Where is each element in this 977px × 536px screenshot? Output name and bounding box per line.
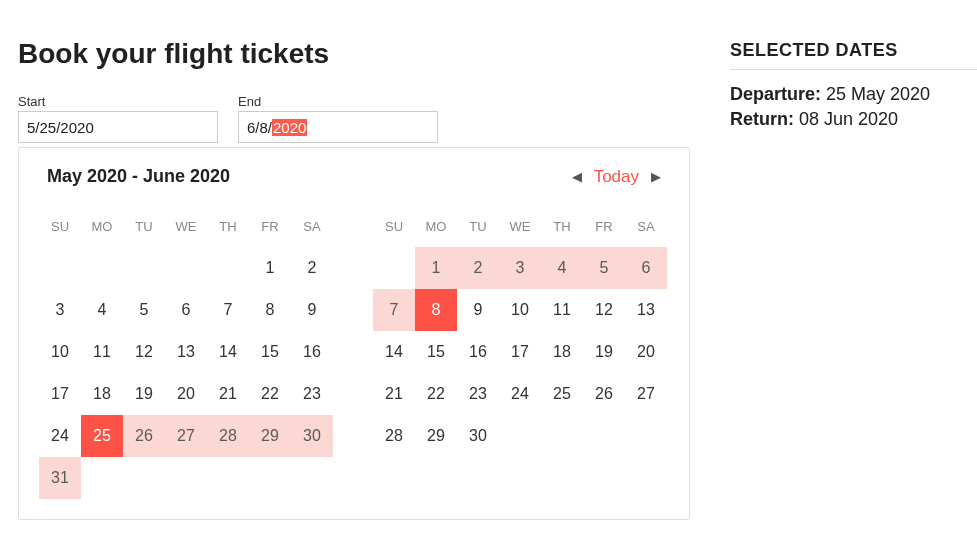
- weekday-header: WE: [165, 205, 207, 247]
- next-month-icon[interactable]: ▶: [651, 169, 661, 184]
- calendar-day[interactable]: 27: [165, 415, 207, 457]
- prev-month-icon[interactable]: ◀: [572, 169, 582, 184]
- calendar-popup: May 2020 - June 2020 ◀ Today ▶ SUMOTUWET…: [18, 147, 690, 520]
- calendar-day[interactable]: 15: [249, 331, 291, 373]
- calendar-blank: [373, 247, 415, 289]
- weekday-header: TU: [123, 205, 165, 247]
- end-date-value-selection: 2020: [272, 119, 307, 136]
- weekday-header: TU: [457, 205, 499, 247]
- calendar-day[interactable]: 4: [541, 247, 583, 289]
- weekday-header: TH: [541, 205, 583, 247]
- weekday-header: FR: [583, 205, 625, 247]
- calendar-day[interactable]: 23: [291, 373, 333, 415]
- calendar-day[interactable]: 12: [583, 289, 625, 331]
- calendar-day[interactable]: 12: [123, 331, 165, 373]
- calendar-day[interactable]: 21: [373, 373, 415, 415]
- calendar-day[interactable]: 22: [415, 373, 457, 415]
- weekday-header: SA: [291, 205, 333, 247]
- calendar-day[interactable]: 26: [583, 373, 625, 415]
- weekday-header: SU: [39, 205, 81, 247]
- calendar-day[interactable]: 5: [123, 289, 165, 331]
- start-date-input[interactable]: 5/25/2020: [18, 111, 218, 143]
- calendar-day[interactable]: 3: [499, 247, 541, 289]
- weekday-header: FR: [249, 205, 291, 247]
- calendar-day[interactable]: 2: [457, 247, 499, 289]
- calendar-day[interactable]: 19: [583, 331, 625, 373]
- calendar-day[interactable]: 16: [457, 331, 499, 373]
- calendar-blank: [81, 247, 123, 289]
- calendar-day[interactable]: 23: [457, 373, 499, 415]
- calendar-day[interactable]: 11: [81, 331, 123, 373]
- calendar-day[interactable]: 10: [39, 331, 81, 373]
- calendar-day[interactable]: 2: [291, 247, 333, 289]
- departure-label: Departure:: [730, 84, 821, 104]
- calendar-day[interactable]: 1: [415, 247, 457, 289]
- calendar-day[interactable]: 22: [249, 373, 291, 415]
- page-title: Book your flight tickets: [18, 38, 690, 70]
- end-label: End: [238, 94, 438, 109]
- calendar-day[interactable]: 25: [541, 373, 583, 415]
- end-date-value-prefix: 6/8/: [247, 119, 272, 136]
- calendar-day[interactable]: 20: [165, 373, 207, 415]
- calendar-day[interactable]: 27: [625, 373, 667, 415]
- calendar-day[interactable]: 3: [39, 289, 81, 331]
- calendar-title: May 2020 - June 2020: [47, 166, 230, 187]
- calendar-blank: [39, 247, 81, 289]
- calendar-day[interactable]: 15: [415, 331, 457, 373]
- return-label: Return:: [730, 109, 794, 129]
- calendar-day[interactable]: 17: [39, 373, 81, 415]
- calendar-blank: [165, 247, 207, 289]
- calendar-day[interactable]: 8: [415, 289, 457, 331]
- calendar-day[interactable]: 6: [165, 289, 207, 331]
- calendar-day[interactable]: 30: [457, 415, 499, 457]
- calendar-day[interactable]: 9: [457, 289, 499, 331]
- calendar-day[interactable]: 5: [583, 247, 625, 289]
- calendar-day[interactable]: 18: [541, 331, 583, 373]
- weekday-header: WE: [499, 205, 541, 247]
- calendar-day[interactable]: 14: [373, 331, 415, 373]
- calendar-day[interactable]: 21: [207, 373, 249, 415]
- calendar-day[interactable]: 1: [249, 247, 291, 289]
- start-date-value: 5/25/2020: [27, 119, 94, 136]
- calendar-day[interactable]: 7: [207, 289, 249, 331]
- calendar-day[interactable]: 29: [249, 415, 291, 457]
- calendar-day[interactable]: 24: [39, 415, 81, 457]
- calendar-day[interactable]: 6: [625, 247, 667, 289]
- calendar-day[interactable]: 25: [81, 415, 123, 457]
- calendar-day[interactable]: 31: [39, 457, 81, 499]
- calendar-day[interactable]: 30: [291, 415, 333, 457]
- calendar-day[interactable]: 13: [165, 331, 207, 373]
- end-date-input[interactable]: 6/8/2020: [238, 111, 438, 143]
- calendar-day[interactable]: 24: [499, 373, 541, 415]
- calendar-day[interactable]: 4: [81, 289, 123, 331]
- calendar-day[interactable]: 8: [249, 289, 291, 331]
- weekday-header: TH: [207, 205, 249, 247]
- calendar-day[interactable]: 17: [499, 331, 541, 373]
- calendar-day[interactable]: 9: [291, 289, 333, 331]
- return-value: 08 Jun 2020: [799, 109, 898, 129]
- weekday-header: SA: [625, 205, 667, 247]
- calendar-day[interactable]: 28: [207, 415, 249, 457]
- today-button[interactable]: Today: [594, 167, 639, 187]
- calendar-day[interactable]: 29: [415, 415, 457, 457]
- weekday-header: SU: [373, 205, 415, 247]
- calendar-day[interactable]: 7: [373, 289, 415, 331]
- calendar-day[interactable]: 28: [373, 415, 415, 457]
- weekday-header: MO: [415, 205, 457, 247]
- calendar-day[interactable]: 14: [207, 331, 249, 373]
- calendar-blank: [207, 247, 249, 289]
- weekday-header: MO: [81, 205, 123, 247]
- calendar-blank: [123, 247, 165, 289]
- calendar-day[interactable]: 16: [291, 331, 333, 373]
- calendar-day[interactable]: 13: [625, 289, 667, 331]
- calendar-day[interactable]: 26: [123, 415, 165, 457]
- summary-title: SELECTED DATES: [730, 40, 977, 61]
- calendar-day[interactable]: 11: [541, 289, 583, 331]
- calendar-day[interactable]: 20: [625, 331, 667, 373]
- departure-value: 25 May 2020: [826, 84, 930, 104]
- summary-divider: [730, 69, 977, 70]
- calendar-day[interactable]: 10: [499, 289, 541, 331]
- start-label: Start: [18, 94, 218, 109]
- calendar-day[interactable]: 18: [81, 373, 123, 415]
- calendar-day[interactable]: 19: [123, 373, 165, 415]
